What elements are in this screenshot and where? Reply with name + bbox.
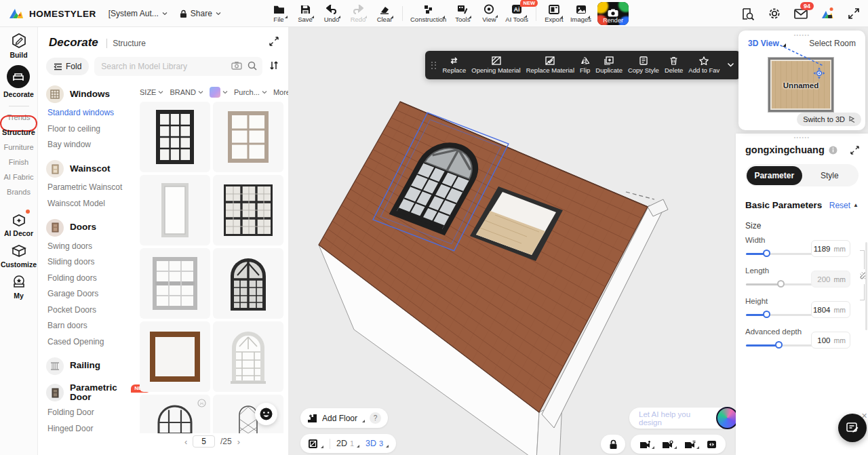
thumbnail-gray-sash-window[interactable] (140, 248, 210, 319)
category-floor-to-ceiling[interactable]: Floor to ceiling (47, 124, 138, 134)
add-floor-help-button[interactable]: ? (370, 412, 381, 424)
model-search-button[interactable] (741, 6, 755, 21)
reset-button[interactable]: Reset ▲ (829, 201, 859, 210)
prev-page-button[interactable]: ‹ (184, 437, 187, 447)
add-to-fav-button[interactable]: Add to Fav (688, 56, 719, 74)
feedback-smiley-button[interactable] (255, 403, 277, 425)
panel-expand-button[interactable] (269, 37, 279, 49)
scrollbar[interactable] (865, 242, 867, 330)
width-value-input[interactable]: 1189mm (811, 240, 850, 257)
category-folding-doors[interactable]: Folding doors (47, 273, 138, 283)
messages-button[interactable]: 94 (793, 6, 808, 21)
advanced-depth-value-input[interactable]: 100mm (811, 332, 850, 349)
thumbnail-black-arched-double-window[interactable] (213, 248, 283, 319)
thumbnail-brown-square-opening[interactable] (140, 321, 210, 392)
copy-style-button[interactable]: Copy Style (628, 56, 659, 74)
add-camera-button[interactable] (639, 440, 651, 449)
ai-tools-button[interactable]: NEW Ai AI Tools (505, 4, 528, 23)
rail-ai-decor[interactable]: AI Decor (4, 212, 33, 237)
width-slider[interactable] (746, 250, 814, 257)
render-button[interactable]: Render (597, 2, 629, 25)
toolbar-more-chevron[interactable] (727, 62, 734, 68)
rail-customize[interactable]: Customize (1, 243, 37, 269)
view-button[interactable]: View (479, 4, 499, 23)
image-search-camera-icon[interactable] (231, 61, 242, 70)
camera-list-button[interactable] (684, 440, 696, 449)
ai-assistant-input[interactable]: Let AI help you design (629, 408, 738, 429)
filter-size[interactable]: SIZE (140, 88, 163, 96)
category-pocket-doors[interactable]: Pocket Doors (47, 305, 138, 315)
thumbnail-white-arched-window[interactable] (213, 321, 283, 392)
camera-position-icon[interactable] (812, 66, 826, 83)
rail-finish[interactable]: Finish (9, 158, 28, 166)
save-button[interactable]: Save (295, 5, 315, 23)
section-doors[interactable]: Doors (46, 219, 138, 237)
height-slider[interactable] (746, 311, 814, 318)
camera-settings-button[interactable] (662, 440, 673, 449)
length-value-input[interactable]: 200mm (811, 271, 850, 288)
tab-select-room[interactable]: Select Room (809, 39, 856, 48)
thumbnail-plain-white-window[interactable] (140, 175, 210, 245)
replace-button[interactable]: Replace (443, 56, 467, 74)
thumbnail-tan-6-pane-window[interactable] (213, 102, 283, 172)
sort-button[interactable] (268, 60, 280, 73)
filter-brand[interactable]: BRAND (170, 88, 203, 96)
category-hinged-door[interactable]: Hinged Door (47, 424, 138, 433)
rail-ai-fabric[interactable]: AI Fabric (3, 173, 33, 181)
filter-purchase[interactable]: Purch... (234, 88, 267, 96)
lock-view-button[interactable] (601, 435, 625, 454)
filter-color[interactable] (210, 87, 228, 98)
tab-3d-view-mini[interactable]: 3D View (748, 39, 786, 48)
panel-expand-button[interactable] (850, 145, 859, 157)
rail-my[interactable]: My (11, 275, 27, 300)
fullscreen-button[interactable] (846, 6, 861, 21)
account-button[interactable] (820, 6, 835, 21)
house-scene[interactable] (288, 27, 736, 455)
images-button[interactable]: Images (570, 5, 591, 23)
thumbnail-black-12-pane-window[interactable] (140, 102, 210, 172)
rail-furniture[interactable]: Furniture (3, 143, 33, 151)
tab-2d-view[interactable]: 2D 1 (336, 439, 359, 448)
next-page-button[interactable]: › (237, 437, 240, 447)
category-bay-window[interactable]: Bay window (47, 140, 138, 149)
undo-button[interactable]: Undo (321, 5, 342, 23)
tab-style[interactable]: Style (802, 171, 858, 180)
category-standard-windows[interactable]: Standard windows (47, 108, 138, 117)
feedback-close-icon[interactable]: ✕ (861, 412, 867, 420)
homestyler-logo[interactable]: HOMESTYLER (8, 6, 96, 21)
height-value-input[interactable]: 1804mm (811, 301, 850, 318)
page-number-input[interactable]: 5 (193, 435, 215, 448)
tools-button[interactable]: Tools (452, 5, 473, 23)
rail-brands[interactable]: Brands (7, 188, 31, 196)
replace-material-button[interactable]: Replace Material (526, 56, 574, 74)
redo-button[interactable]: Redo (348, 5, 368, 23)
search-icon[interactable] (248, 61, 257, 71)
switch-to-3d-button[interactable]: Switch to 3D (797, 113, 861, 126)
fold-button[interactable]: Fold (46, 58, 89, 75)
thumbnail-black-grid-9-window[interactable] (213, 175, 283, 245)
category-swing-doors[interactable]: Swing doors (47, 241, 138, 251)
drag-handle[interactable] (431, 62, 436, 69)
category-wainscot-model[interactable]: Wainscot Model (47, 199, 138, 208)
construction-button[interactable]: Construction (410, 5, 446, 23)
export-button[interactable]: Export (544, 5, 564, 23)
add-floor-button[interactable]: Add Floor ? (300, 408, 388, 428)
section-wainscot[interactable]: Wainscot (46, 160, 138, 178)
category-garage-doors[interactable]: Garage Doors (47, 289, 138, 298)
length-slider[interactable] (746, 281, 814, 288)
floor-plan-thumbnail[interactable]: Unnamed (768, 58, 833, 112)
tab-3d-view[interactable]: 3D 3 (366, 439, 389, 448)
file-button[interactable]: File (269, 5, 289, 23)
info-icon[interactable] (829, 146, 837, 155)
project-menu[interactable]: [System Aut... (108, 9, 167, 18)
category-folding-door[interactable]: Folding Door (47, 408, 138, 417)
category-barn-doors[interactable]: Barn doors (47, 321, 138, 330)
rail-decorate[interactable]: Decorate (3, 65, 34, 98)
rail-build[interactable]: Build (9, 33, 27, 59)
flip-button[interactable]: Flip (580, 56, 590, 74)
filter-more[interactable]: More (273, 88, 288, 96)
model-search-box[interactable] (94, 57, 262, 76)
card-grip[interactable]: •••••• (794, 33, 810, 37)
advanced-depth-slider[interactable] (746, 342, 814, 349)
rail-structure[interactable]: Structure (2, 128, 35, 136)
